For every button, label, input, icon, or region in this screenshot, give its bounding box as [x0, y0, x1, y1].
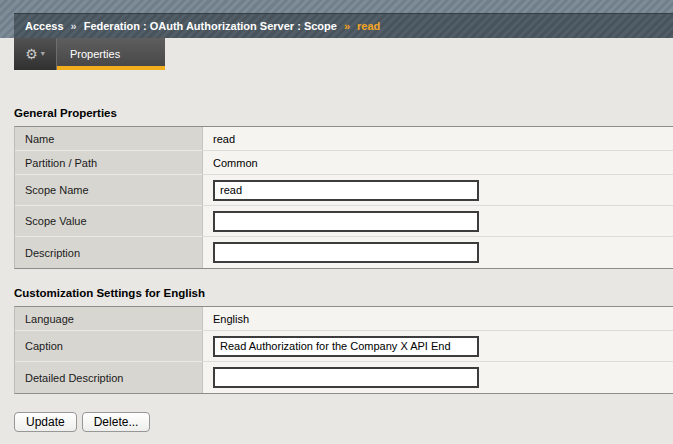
- top-banner: Access » Federation : OAuth Authorizatio…: [0, 0, 673, 38]
- breadcrumb-path: Federation : OAuth Authorization Server …: [84, 20, 337, 32]
- name-value: read: [213, 133, 235, 145]
- properties-table: Language English Caption Detailed Descri…: [14, 306, 673, 394]
- row-label: Language: [15, 307, 203, 331]
- update-button[interactable]: Update: [14, 412, 77, 432]
- delete-button[interactable]: Delete...: [82, 412, 151, 432]
- breadcrumb-separator-icon: »: [71, 20, 77, 32]
- app-window: Access » Federation : OAuth Authorizatio…: [0, 0, 673, 432]
- breadcrumb-section[interactable]: Access: [25, 20, 64, 32]
- description-input[interactable]: [213, 242, 479, 263]
- row-label: Scope Value: [15, 206, 203, 237]
- properties-section: Customization Settings for English Langu…: [14, 287, 673, 394]
- row-label: Caption: [15, 331, 203, 362]
- properties-section: General Properties Name read Partition /…: [14, 107, 673, 269]
- tab-properties[interactable]: Properties: [57, 38, 165, 70]
- row-value: [203, 206, 673, 237]
- caption-input[interactable]: [213, 336, 479, 357]
- table-row: Partition / Path Common: [15, 151, 673, 175]
- action-buttons: Update Delete...: [14, 412, 673, 432]
- breadcrumb-separator-icon: »: [344, 20, 350, 32]
- table-row: Scope Name: [15, 175, 673, 206]
- sections-container: General Properties Name read Partition /…: [14, 107, 673, 394]
- table-row: Name read: [15, 127, 673, 151]
- menu-button[interactable]: ⚙ ▾: [14, 38, 57, 70]
- table-row: Description: [15, 237, 673, 268]
- row-value: [203, 237, 673, 268]
- row-value: read: [203, 127, 673, 151]
- row-value: English: [203, 307, 673, 331]
- breadcrumb: Access » Federation : OAuth Authorizatio…: [14, 13, 673, 38]
- partition-path-value: Common: [213, 157, 258, 169]
- tab-properties-label: Properties: [70, 48, 120, 60]
- properties-table: Name read Partition / Path Common Scope …: [14, 126, 673, 269]
- row-value: [203, 331, 673, 362]
- section-title: Customization Settings for English: [14, 287, 673, 299]
- scope-value-input[interactable]: [213, 211, 479, 232]
- row-value: [203, 362, 673, 393]
- tab-bar: ⚙ ▾ Properties: [14, 38, 673, 70]
- row-value: Common: [203, 151, 673, 175]
- language-value: English: [213, 313, 249, 325]
- table-row: Caption: [15, 331, 673, 362]
- table-row: Language English: [15, 307, 673, 331]
- row-label: Scope Name: [15, 175, 203, 206]
- active-tab-indicator: [57, 66, 165, 70]
- row-value: [203, 175, 673, 206]
- main-content: General Properties Name read Partition /…: [0, 70, 673, 432]
- row-label: Name: [15, 127, 203, 151]
- section-title: General Properties: [14, 107, 673, 119]
- table-row: Scope Value: [15, 206, 673, 237]
- gear-icon: ⚙: [25, 47, 38, 61]
- row-label: Detailed Description: [15, 362, 203, 393]
- scope-name-input[interactable]: [213, 180, 479, 201]
- detailed-description-input[interactable]: [213, 367, 479, 388]
- row-label: Partition / Path: [15, 151, 203, 175]
- table-row: Detailed Description: [15, 362, 673, 393]
- chevron-down-icon: ▾: [41, 50, 45, 58]
- row-label: Description: [15, 237, 203, 268]
- breadcrumb-current: read: [357, 20, 380, 32]
